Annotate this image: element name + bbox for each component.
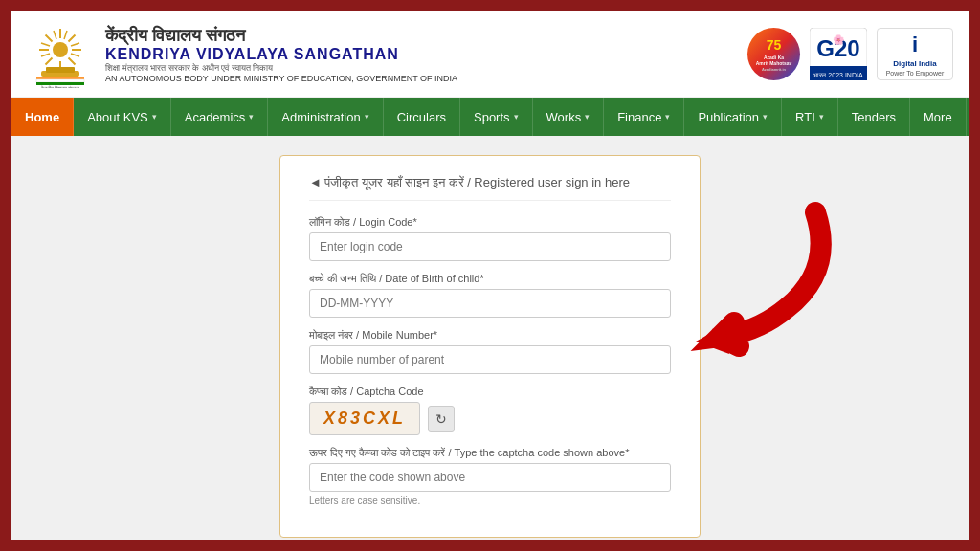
refresh-icon: ↻ bbox=[435, 411, 447, 427]
captcha-refresh-button[interactable]: ↻ bbox=[428, 406, 455, 432]
header: केंद्रीय विद्यालय संगठन केंद्रीय विद्याल… bbox=[11, 11, 969, 98]
svg-line-4 bbox=[69, 57, 76, 64]
nav-sports[interactable]: Sports ▾ bbox=[460, 98, 533, 136]
hindi-org-title: केंद्रीय विद्यालय संगठन bbox=[105, 26, 457, 46]
nav-administration-chevron: ▾ bbox=[365, 112, 369, 121]
eng-org-title: KENDRIYA VIDYALAYA SANGATHAN bbox=[105, 46, 457, 63]
nav-academics[interactable]: Academics ▾ bbox=[171, 98, 269, 136]
svg-rect-18 bbox=[36, 79, 84, 82]
header-badges: 75 Azadi Ka Amrit Mahotsav Azadiamrit.in… bbox=[747, 28, 953, 80]
svg-line-12 bbox=[71, 54, 79, 56]
hindi-org-subtitle: शिक्षा मंत्रालय भारत सरकार के अधीन एवं स… bbox=[105, 63, 457, 74]
svg-line-8 bbox=[46, 34, 53, 41]
nav-circulars[interactable]: Circulars bbox=[384, 98, 460, 136]
mobile-input[interactable] bbox=[309, 345, 671, 374]
svg-line-9 bbox=[64, 31, 67, 39]
nav-about-kvs-label: About KVS bbox=[87, 110, 148, 124]
nav-more-label: More bbox=[924, 110, 952, 124]
svg-line-14 bbox=[41, 54, 50, 56]
svg-rect-17 bbox=[36, 77, 84, 79]
login-code-input[interactable] bbox=[309, 232, 671, 261]
svg-line-6 bbox=[46, 57, 53, 64]
main-content: ◄ पंजीकृत यूजर यहाँ साइन इन करें / Regis… bbox=[11, 136, 969, 540]
svg-line-11 bbox=[71, 43, 79, 46]
mobile-label: मोबाइल नंबर / Mobile Number* bbox=[309, 329, 671, 342]
eng-org-subtitle: AN AUTONOMOUS BODY UNDER MINISTRY OF EDU… bbox=[105, 74, 457, 83]
nav-publication-chevron: ▾ bbox=[763, 112, 768, 121]
login-form-card: ◄ पंजीकृत यूजर यहाँ साइन इन करें / Regis… bbox=[279, 155, 701, 538]
dob-group: बच्चे की जन्म तिथि / Date of Birth of ch… bbox=[309, 273, 671, 318]
nav-publication-label: Publication bbox=[698, 110, 759, 124]
inner-wrapper: केंद्रीय विद्यालय संगठन केंद्रीय विद्याल… bbox=[11, 11, 969, 540]
svg-point-0 bbox=[53, 42, 68, 57]
svg-rect-16 bbox=[46, 67, 75, 73]
nav-circulars-label: Circulars bbox=[397, 110, 446, 124]
nav-finance-label: Finance bbox=[617, 110, 661, 124]
dob-label: बच्चे की जन्म तिथि / Date of Birth of ch… bbox=[309, 273, 671, 285]
digital-india-badge: i Digital India Power To Empower bbox=[877, 28, 953, 80]
nav-rti-chevron: ▾ bbox=[819, 112, 824, 121]
nav-about-kvs[interactable]: About KVS ▾ bbox=[74, 98, 171, 136]
azadi-badge: 75 Azadi Ka Amrit Mahotsav Azadiamrit.in bbox=[747, 28, 800, 80]
dob-input[interactable] bbox=[309, 289, 671, 318]
captcha-input[interactable] bbox=[309, 463, 671, 492]
captcha-note: Letters are case sensitive. bbox=[309, 496, 671, 506]
nav-rti[interactable]: RTI ▾ bbox=[782, 98, 838, 136]
g20-badge: G20 भारत 2023 INDIA 🌸 bbox=[810, 28, 867, 80]
nav-academics-chevron: ▾ bbox=[249, 112, 254, 121]
svg-line-13 bbox=[41, 43, 50, 46]
outer-border: केंद्रीय विद्यालय संगठन केंद्रीय विद्याल… bbox=[0, 0, 980, 551]
captcha-label: कैप्चा कोड / Captcha Code bbox=[309, 386, 671, 398]
nav-academics-label: Academics bbox=[185, 110, 246, 124]
nav-about-kvs-chevron: ▾ bbox=[152, 112, 157, 121]
login-code-group: लॉगिन कोड / Login Code* bbox=[309, 216, 671, 261]
form-card-title: ◄ पंजीकृत यूजर यहाँ साइन इन करें / Regis… bbox=[309, 175, 671, 201]
nav-sports-chevron: ▾ bbox=[514, 112, 519, 121]
svg-text:🌸: 🌸 bbox=[833, 33, 845, 46]
captcha-input-label: ऊपर दिए गए कैप्चा कोड को टाइप करें / Typ… bbox=[309, 447, 671, 459]
login-code-label: लॉगिन कोड / Login Code* bbox=[309, 216, 671, 229]
nav-works[interactable]: Works ▾ bbox=[533, 98, 605, 136]
captcha-input-group: ऊपर दिए गए कैप्चा कोड को टाइप करें / Typ… bbox=[309, 447, 671, 506]
svg-marker-26 bbox=[696, 325, 729, 354]
nav-publication[interactable]: Publication ▾ bbox=[684, 98, 782, 136]
svg-text:केंद्रीय विद्यालय संगठन: केंद्रीय विद्यालय संगठन bbox=[40, 85, 80, 88]
logo-text-block: केंद्रीय विद्यालय संगठन KENDRIYA VIDYALA… bbox=[105, 26, 457, 83]
nav-tenders-label: Tenders bbox=[852, 110, 896, 124]
nav-home[interactable]: Home bbox=[11, 98, 74, 136]
nav-rti-label: RTI bbox=[795, 110, 815, 124]
captcha-display: X83CXL bbox=[309, 402, 420, 435]
captcha-row: X83CXL ↻ bbox=[309, 402, 671, 435]
kvs-emblem: केंद्रीय विद्यालय संगठन bbox=[27, 21, 94, 88]
svg-line-2 bbox=[69, 34, 76, 41]
nav-administration[interactable]: Administration ▾ bbox=[268, 98, 383, 136]
nav-more[interactable]: More bbox=[910, 98, 967, 136]
logo-area: केंद्रीय विद्यालय संगठन केंद्रीय विद्याल… bbox=[27, 21, 457, 88]
navbar: Home About KVS ▾ Academics ▾ Administrat… bbox=[11, 98, 969, 136]
nav-finance-chevron: ▾ bbox=[665, 112, 670, 121]
nav-administration-label: Administration bbox=[281, 110, 360, 124]
nav-works-chevron: ▾ bbox=[585, 112, 590, 121]
nav-finance[interactable]: Finance ▾ bbox=[604, 98, 684, 136]
svg-text:भारत 2023 INDIA: भारत 2023 INDIA bbox=[813, 72, 862, 78]
mobile-group: मोबाइल नंबर / Mobile Number* bbox=[309, 329, 671, 374]
nav-sports-label: Sports bbox=[474, 110, 510, 124]
svg-line-10 bbox=[54, 31, 56, 39]
nav-tenders[interactable]: Tenders bbox=[838, 98, 910, 136]
nav-home-label: Home bbox=[25, 110, 59, 124]
captcha-group: कैप्चा कोड / Captcha Code X83CXL ↻ bbox=[309, 386, 671, 435]
nav-works-label: Works bbox=[546, 110, 582, 124]
